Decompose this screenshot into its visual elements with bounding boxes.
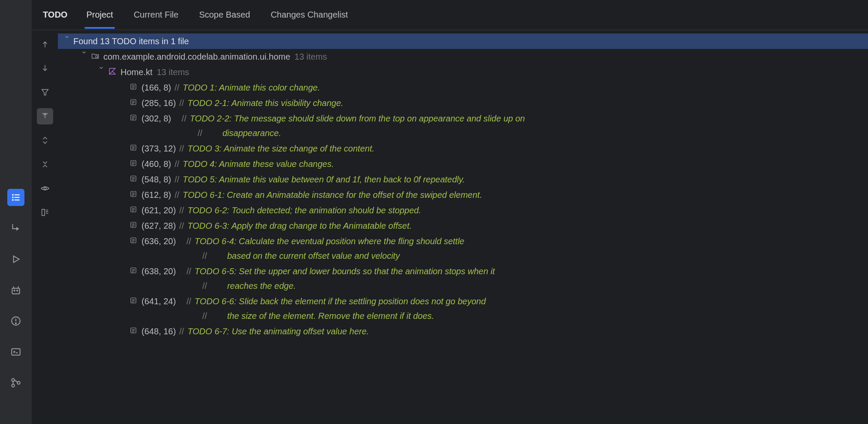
comment-prefix: // (179, 234, 191, 248)
chevron-down-icon[interactable] (79, 49, 89, 55)
svg-point-8 (17, 290, 18, 291)
kotlin-file-icon (108, 67, 117, 76)
package-icon (90, 51, 100, 61)
comment-prefix: // (179, 218, 184, 233)
todo-text: TODO 6-4: Calculate the eventual positio… (195, 234, 464, 248)
todo-item-icon (129, 236, 138, 245)
todo-location: (612, 8) (142, 188, 171, 202)
todo-text: TODO 6-1: Create an Animatable instance … (183, 188, 482, 202)
tab-changes-changelist[interactable]: Changes Changelist (269, 1, 350, 28)
todo-item-icon (129, 97, 138, 107)
build-tool-button[interactable] (7, 220, 24, 237)
todo-item-row[interactable]: (636, 20) //TODO 6-4: Calculate the even… (58, 233, 868, 263)
svg-point-11 (15, 323, 16, 324)
file-row[interactable]: Home.kt 13 items (58, 64, 868, 80)
todo-item-icon (129, 296, 138, 305)
chevron-down-icon[interactable] (96, 65, 106, 71)
todo-text: TODO 6-7: Use the animating offset value… (187, 324, 369, 339)
todo-location: (373, 12) (142, 141, 176, 156)
comment-prefix: // (179, 294, 191, 309)
todo-location: (627, 28) (142, 218, 176, 233)
comment-prefix: // (175, 111, 187, 126)
todo-item-row[interactable]: (648, 16)//TODO 6-7: Use the animating o… (58, 324, 868, 339)
collapse-all-button[interactable] (37, 156, 53, 173)
todo-item-icon (129, 220, 138, 230)
filter-button[interactable] (37, 84, 53, 100)
package-row[interactable]: com.example.android.codelab.animation.ui… (58, 49, 868, 64)
todo-tab-bar: TODO Project Current File Scope Based Ch… (32, 0, 868, 30)
todo-text: TODO 2-2: The message should slide down … (190, 111, 525, 126)
todo-location: (166, 8) (142, 80, 171, 95)
comment-prefix: // (195, 309, 224, 323)
todo-text: TODO 6-5: Set the upper and lower bounds… (195, 264, 495, 279)
todo-item-icon (129, 113, 138, 122)
todo-item-row[interactable]: (373, 12)//TODO 3: Animate the size chan… (58, 141, 868, 156)
problems-tool-button[interactable] (7, 312, 24, 330)
svg-point-17 (44, 187, 46, 190)
tab-scope-based[interactable]: Scope Based (197, 1, 252, 28)
comment-prefix: // (190, 126, 219, 140)
todo-item-row[interactable]: (627, 28)//TODO 6-3: Apply the drag chan… (58, 218, 868, 233)
todo-item-row[interactable]: (638, 20) //TODO 6-5: Set the upper and … (58, 263, 868, 294)
tab-project[interactable]: Project (84, 1, 115, 28)
todo-location: (302, 8) (142, 111, 171, 126)
todo-text-cont: reaches the edge. (227, 279, 296, 293)
comment-prefix: // (175, 157, 179, 171)
todo-location: (636, 20) (142, 234, 176, 248)
group-by-button[interactable] (37, 204, 53, 221)
summary-row[interactable]: Found 13 TODO items in 1 file (58, 33, 868, 49)
chevron-down-icon[interactable] (62, 34, 72, 40)
svg-rect-1 (15, 194, 20, 195)
todo-location: (648, 16) (142, 324, 176, 339)
comment-prefix: // (195, 279, 224, 293)
todo-tool-button[interactable] (7, 189, 24, 206)
svg-point-7 (14, 290, 15, 291)
logcat-tool-button[interactable] (7, 282, 24, 299)
todo-text-cont: the size of the element. Remove the elem… (227, 309, 434, 323)
todo-text-cont: disappearance. (223, 126, 281, 140)
todo-location: (460, 8) (142, 157, 171, 171)
todo-item-icon (129, 174, 138, 183)
todo-item-row[interactable]: (285, 16)//TODO 2-1: Animate this visibi… (58, 95, 868, 111)
todo-item-row[interactable]: (641, 24) //TODO 6-6: Slide back the ele… (58, 294, 868, 324)
todo-item-row[interactable]: (166, 8)//TODO 1: Animate this color cha… (58, 80, 868, 95)
autoscroll-button[interactable] (37, 108, 53, 124)
package-name: com.example.android.codelab.animation.ui… (103, 49, 290, 64)
todo-item-row[interactable]: (302, 8) //TODO 2-2: The message should … (58, 111, 868, 141)
vcs-tool-button[interactable] (7, 374, 24, 391)
todo-item-icon (129, 143, 138, 152)
svg-point-14 (12, 379, 15, 382)
todo-text: TODO 6-6: Slide back the element if the … (195, 294, 486, 309)
svg-rect-5 (15, 200, 20, 200)
todo-location: (638, 20) (142, 264, 176, 279)
file-name: Home.kt (121, 65, 152, 79)
file-count: 13 items (157, 65, 189, 79)
svg-rect-2 (12, 197, 13, 198)
todo-toolbar (32, 30, 58, 424)
previous-todo-button[interactable] (37, 36, 53, 52)
todo-item-row[interactable]: (612, 8)//TODO 6-1: Create an Animatable… (58, 187, 868, 203)
svg-point-15 (12, 384, 15, 387)
todo-item-row[interactable]: (460, 8)//TODO 4: Animate these value ch… (58, 156, 868, 172)
left-tool-sidebar (0, 0, 32, 424)
next-todo-button[interactable] (37, 60, 53, 76)
todo-text: TODO 4: Animate these value changes. (183, 157, 334, 171)
todo-item-icon (129, 82, 138, 91)
todo-item-row[interactable]: (621, 20)//TODO 6-2: Touch detected; the… (58, 203, 868, 218)
todo-item-icon (129, 326, 138, 335)
todo-location: (621, 20) (142, 203, 176, 218)
todo-item-icon (129, 158, 138, 168)
todo-item-row[interactable]: (548, 8)//TODO 5: Animate this value bet… (58, 172, 868, 187)
svg-rect-6 (12, 288, 19, 294)
comment-prefix: // (179, 96, 184, 110)
terminal-tool-button[interactable] (7, 343, 24, 360)
comment-prefix: // (175, 188, 179, 202)
todo-location: (641, 24) (142, 294, 176, 309)
run-tool-button[interactable] (7, 251, 24, 268)
preview-button[interactable] (37, 180, 53, 197)
expand-all-button[interactable] (37, 132, 53, 148)
tab-current-file[interactable]: Current File (132, 1, 180, 28)
summary-text: Found 13 TODO items in 1 file (73, 34, 189, 48)
comment-prefix: // (175, 172, 179, 187)
todo-text: TODO 1: Animate this color change. (183, 80, 320, 95)
